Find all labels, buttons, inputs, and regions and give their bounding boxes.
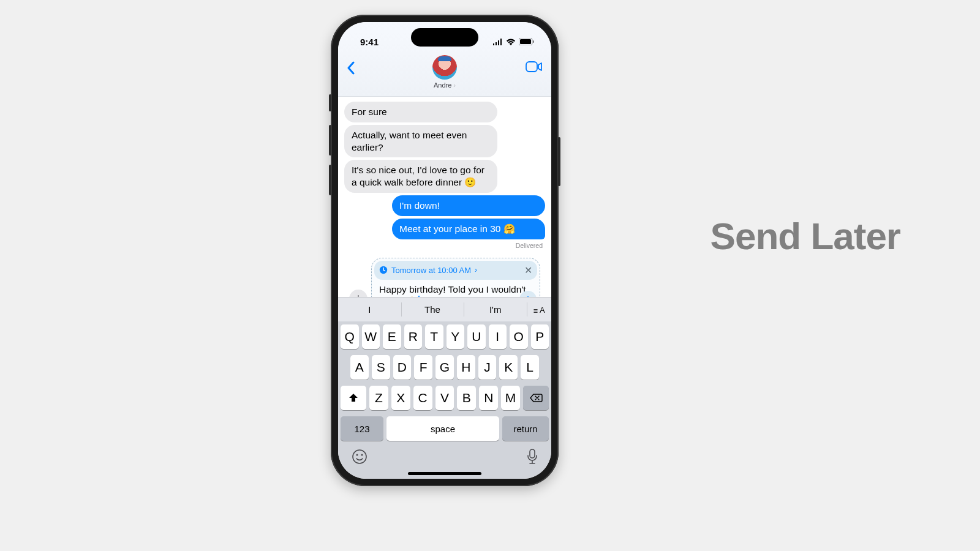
key-k[interactable]: K (499, 355, 518, 380)
key-m[interactable]: M (501, 386, 520, 410)
text-cursor (418, 296, 420, 297)
key-n[interactable]: N (479, 386, 498, 410)
chevron-right-icon: › (475, 266, 477, 274)
keyboard: I The I'm A Q W E R T Y U I O P A (338, 297, 551, 479)
cancel-schedule-button[interactable]: ✕ (524, 264, 532, 276)
svg-rect-1 (520, 39, 531, 44)
keyboard-bottom-row (338, 444, 551, 468)
feature-headline: Send Later (710, 214, 900, 258)
message-in[interactable]: Actually, want to meet even earlier? (344, 125, 497, 158)
scheduled-time-label: Tomorrow at 10:00 AM (391, 266, 471, 275)
plus-icon: + (355, 291, 363, 297)
key-e[interactable]: E (383, 324, 401, 349)
key-p[interactable]: P (531, 324, 549, 349)
delivered-label: Delivered (344, 242, 545, 249)
emoji-button[interactable] (352, 449, 368, 467)
avatar (432, 55, 457, 80)
wifi-icon (506, 39, 516, 45)
key-d[interactable]: D (393, 355, 412, 380)
keyboard-row-3: Z X C V B N M (338, 383, 551, 413)
key-space[interactable]: space (386, 416, 499, 441)
phone-frame: 9:41 Andre For sure Actually, want to me… (331, 15, 559, 486)
key-s[interactable]: S (372, 355, 390, 380)
key-delete[interactable] (523, 386, 549, 410)
text-format-button[interactable]: A (527, 298, 551, 321)
key-l[interactable]: L (521, 355, 539, 380)
key-z[interactable]: Z (369, 386, 388, 410)
screen: 9:41 Andre For sure Actually, want to me… (338, 22, 551, 479)
suggestion[interactable]: I'm (464, 298, 527, 321)
message-in[interactable]: For sure (344, 102, 497, 122)
battery-icon (519, 38, 534, 45)
svg-point-8 (361, 454, 363, 456)
chevron-left-icon (347, 61, 355, 75)
clock-icon (379, 266, 388, 274)
backspace-icon (529, 393, 543, 403)
key-v[interactable]: V (435, 386, 454, 410)
suggestion[interactable]: I (338, 298, 401, 321)
key-t[interactable]: T (425, 324, 443, 349)
power-button (558, 137, 560, 186)
status-time: 9:41 (360, 37, 379, 47)
key-h[interactable]: H (457, 355, 475, 380)
keyboard-row-1: Q W E R T Y U I O P (338, 321, 551, 352)
dictation-button[interactable] (527, 449, 538, 467)
nav-header: Andre (338, 53, 551, 97)
svg-rect-3 (526, 62, 537, 72)
svg-point-6 (353, 450, 366, 463)
keyboard-row-4: 123 space return (338, 413, 551, 444)
attachments-button[interactable]: + (349, 290, 368, 297)
message-out[interactable]: Meet at your place in 30 🤗 (392, 219, 545, 239)
key-shift[interactable] (341, 386, 366, 410)
message-in[interactable]: It's so nice out, I'd love to go for a q… (344, 160, 497, 193)
key-j[interactable]: J (478, 355, 497, 380)
key-g[interactable]: G (435, 355, 454, 380)
key-y[interactable]: Y (447, 324, 465, 349)
cellular-icon (492, 39, 503, 45)
contact-header[interactable]: Andre (432, 55, 457, 89)
key-f[interactable]: F (414, 355, 432, 380)
key-c[interactable]: C (413, 386, 432, 410)
keyboard-row-2: A S D F G H J K L (338, 352, 551, 383)
emoji-icon (352, 449, 368, 465)
key-a[interactable]: A (350, 355, 369, 380)
compose-row: + Tomorrow at 10:00 AM › ✕ Happy birthda… (344, 249, 545, 297)
microphone-icon (527, 449, 538, 465)
messages-thread[interactable]: For sure Actually, want to meet even ear… (338, 97, 551, 297)
volume-up (329, 125, 331, 156)
svg-rect-2 (533, 40, 534, 43)
contact-name: Andre (434, 81, 456, 89)
mute-switch (329, 94, 331, 111)
suggestion-bar: I The I'm A (338, 297, 551, 321)
key-q[interactable]: Q (341, 324, 359, 349)
video-icon (526, 61, 543, 72)
key-i[interactable]: I (489, 324, 507, 349)
volume-down (329, 165, 331, 195)
draft-text: Happy birthday! Told you I wouldn't forg… (379, 284, 526, 297)
status-icons (492, 38, 534, 45)
home-indicator[interactable] (408, 472, 481, 475)
key-b[interactable]: B (457, 386, 476, 410)
compose-input[interactable]: Happy birthday! Told you I wouldn't forg… (374, 280, 537, 297)
suggestion[interactable]: The (401, 298, 464, 321)
svg-point-7 (356, 454, 358, 456)
key-r[interactable]: R (404, 324, 423, 349)
svg-text:A: A (540, 305, 545, 315)
key-x[interactable]: X (391, 386, 410, 410)
key-return[interactable]: return (502, 416, 549, 441)
scheduled-time-pill[interactable]: Tomorrow at 10:00 AM › ✕ (374, 261, 537, 280)
shift-icon (348, 393, 359, 403)
key-w[interactable]: W (362, 324, 380, 349)
back-button[interactable] (347, 55, 371, 79)
key-numbers[interactable]: 123 (341, 416, 383, 441)
svg-rect-9 (530, 449, 535, 458)
facetime-button[interactable] (518, 55, 543, 75)
dynamic-island (411, 28, 478, 47)
text-format-icon: A (533, 305, 545, 315)
key-o[interactable]: O (510, 324, 528, 349)
message-out[interactable]: I'm down! (392, 195, 545, 216)
key-u[interactable]: U (467, 324, 486, 349)
scheduled-message-box[interactable]: Tomorrow at 10:00 AM › ✕ Happy birthday!… (371, 258, 540, 297)
arrow-up-icon (524, 295, 532, 297)
